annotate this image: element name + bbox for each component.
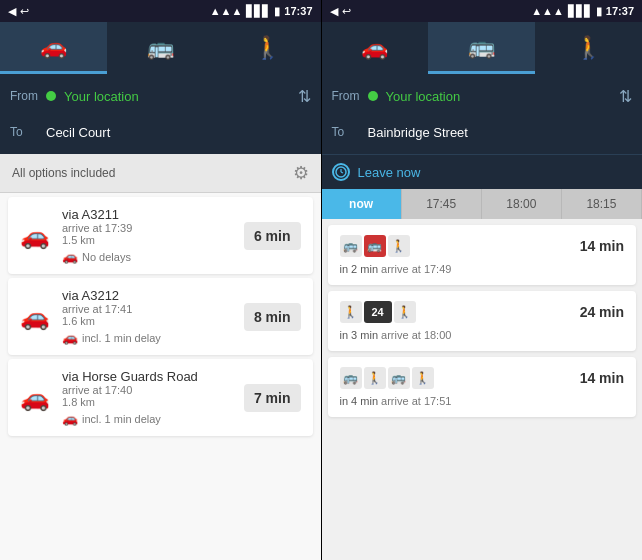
route-item-1[interactable]: 🚗 via A3211 arrive at 17:39 1.5 km 🚗 No … (8, 197, 313, 274)
transit-icons-1: 🚌 🚌 🚶 (340, 235, 410, 257)
left-from-dot (46, 91, 56, 101)
right-time: 17:37 (606, 5, 634, 17)
transit-top-3: 🚌 🚶 🚌 🚶 14 min (340, 367, 625, 389)
transit-num-icon-2: 24 (364, 301, 392, 323)
transit-top-1: 🚌 🚌 🚶 14 min (340, 235, 625, 257)
delay-text-3: incl. 1 min delay (82, 413, 161, 425)
route-dist-2: 1.6 km (62, 315, 232, 327)
right-from-label: From (332, 89, 360, 103)
left-tab-bus[interactable]: 🚌 (107, 22, 214, 74)
left-status-icons: ◀ ↩ (8, 5, 29, 18)
transit-arrive-1: arrive at 17:49 (381, 263, 451, 275)
options-text: All options included (12, 166, 115, 180)
route-via-3: via Horse Guards Road (62, 369, 232, 384)
route-time-3: 7 min (244, 384, 301, 412)
route-info-2: via A3212 arrive at 17:41 1.6 km 🚗 incl.… (62, 288, 232, 345)
right-nav-tabs: 🚗 🚌 🚶 (322, 22, 643, 74)
transit-list: 🚌 🚌 🚶 14 min in 2 min arrive at 17:49 🚶 … (322, 219, 643, 560)
left-nav-tabs: 🚗 🚌 🚶 (0, 22, 321, 74)
route-arrive-2: arrive at 17:41 (62, 303, 232, 315)
left-swap-icon[interactable]: ⇅ (298, 87, 311, 106)
route-arrive-1: arrive at 17:39 (62, 222, 232, 234)
transit-bottom-1: in 2 min arrive at 17:49 (340, 263, 625, 275)
right-from-location[interactable]: Your location (386, 89, 461, 104)
route-delay-row-2: 🚗 incl. 1 min delay (62, 330, 232, 345)
gear-icon[interactable]: ⚙ (293, 162, 309, 184)
left-from-row: From Your location ⇅ (10, 80, 311, 112)
right-back-icon: ◀ (330, 5, 338, 18)
time-tab-1815[interactable]: 18:15 (562, 189, 642, 219)
right-swap-icon[interactable]: ⇅ (619, 87, 632, 106)
left-time: 17:37 (284, 5, 312, 17)
right-bus-icon: 🚌 (468, 34, 495, 60)
delay-icon-2: 🚗 (62, 330, 78, 345)
left-tab-walk[interactable]: 🚶 (214, 22, 321, 74)
transit-time-1: 14 min (580, 238, 624, 254)
transit-item-1[interactable]: 🚌 🚌 🚶 14 min in 2 min arrive at 17:49 (328, 225, 637, 285)
route-time-2: 8 min (244, 303, 301, 331)
transit-in-min-2: in 3 min (340, 329, 379, 341)
transit-walk-icon-3b: 🚶 (412, 367, 434, 389)
right-wifi-signal-icon: ▲▲▲ (531, 5, 564, 17)
transit-icons-2: 🚶 24 🚶 (340, 301, 416, 323)
transit-in-min-1: in 2 min (340, 263, 379, 275)
right-panel: ◀ ↩ ▲▲▲ ▋▋▋ ▮ 17:37 🚗 🚌 🚶 From Your loca… (322, 0, 643, 560)
left-to-location[interactable]: Cecil Court (46, 125, 110, 140)
transit-bus-icon-1: 🚌 (340, 235, 362, 257)
right-tab-bus[interactable]: 🚌 (428, 22, 535, 74)
right-status-right: ▲▲▲ ▋▋▋ ▮ 17:37 (531, 5, 634, 18)
transit-walk-icon-2b: 🚶 (394, 301, 416, 323)
right-tab-car[interactable]: 🚗 (322, 22, 429, 74)
left-routes-list: 🚗 via A3211 arrive at 17:39 1.5 km 🚗 No … (0, 193, 321, 560)
transit-bus-icon-3a: 🚌 (340, 367, 362, 389)
right-from-row: From Your location ⇅ (332, 80, 633, 112)
bus-icon: 🚌 (147, 35, 174, 61)
transit-arrive-3: arrive at 17:51 (381, 395, 451, 407)
transit-bus-red-icon-1: 🚌 (364, 235, 386, 257)
left-panel: ◀ ↩ ▲▲▲ ▋▋▋ ▮ 17:37 🚗 🚌 🚶 From Your loca… (0, 0, 321, 560)
transit-item-3[interactable]: 🚌 🚶 🚌 🚶 14 min in 4 min arrive at 17:51 (328, 357, 637, 417)
transit-arrive-2: arrive at 18:00 (381, 329, 451, 341)
route-item-2[interactable]: 🚗 via A3212 arrive at 17:41 1.6 km 🚗 inc… (8, 278, 313, 355)
route-arrive-3: arrive at 17:40 (62, 384, 232, 396)
route-car-icon-2: 🚗 (20, 303, 50, 331)
clock-icon (332, 163, 350, 181)
car-icon: 🚗 (40, 34, 67, 60)
right-wifi-icon: ↩ (342, 5, 351, 18)
route-via-1: via A3211 (62, 207, 232, 222)
left-tab-car[interactable]: 🚗 (0, 22, 107, 74)
route-delay-row-3: 🚗 incl. 1 min delay (62, 411, 232, 426)
transit-item-2[interactable]: 🚶 24 🚶 24 min in 3 min arrive at 18:00 (328, 291, 637, 351)
route-time-1: 6 min (244, 222, 301, 250)
leave-now-bar[interactable]: Leave now (322, 154, 643, 189)
transit-icons-3: 🚌 🚶 🚌 🚶 (340, 367, 434, 389)
right-tab-walk[interactable]: 🚶 (535, 22, 642, 74)
left-to-label: To (10, 125, 38, 139)
leave-now-label: Leave now (358, 165, 421, 180)
route-info-3: via Horse Guards Road arrive at 17:40 1.… (62, 369, 232, 426)
right-from-dot (368, 91, 378, 101)
right-to-location[interactable]: Bainbridge Street (368, 125, 468, 140)
right-status-icons: ◀ ↩ (330, 5, 351, 18)
battery-icon: ▮ (274, 5, 280, 18)
wifi-signal-icon: ▲▲▲ (210, 5, 243, 17)
time-tab-now[interactable]: now (322, 189, 402, 219)
transit-bottom-3: in 4 min arrive at 17:51 (340, 395, 625, 407)
route-info-1: via A3211 arrive at 17:39 1.5 km 🚗 No de… (62, 207, 232, 264)
transit-walk-icon-1: 🚶 (388, 235, 410, 257)
route-via-2: via A3212 (62, 288, 232, 303)
right-to-label: To (332, 125, 360, 139)
route-item-3[interactable]: 🚗 via Horse Guards Road arrive at 17:40 … (8, 359, 313, 436)
transit-walk-icon-2a: 🚶 (340, 301, 362, 323)
transit-bus-icon-3b: 🚌 (388, 367, 410, 389)
delay-text-2: incl. 1 min delay (82, 332, 161, 344)
time-tab-1800[interactable]: 18:00 (482, 189, 562, 219)
time-tab-1745[interactable]: 17:45 (402, 189, 482, 219)
right-cell-signal-icon: ▋▋▋ (568, 5, 592, 18)
left-from-location[interactable]: Your location (64, 89, 139, 104)
left-status-bar: ◀ ↩ ▲▲▲ ▋▋▋ ▮ 17:37 (0, 0, 321, 22)
route-car-icon-1: 🚗 (20, 222, 50, 250)
transit-in-min-3: in 4 min (340, 395, 379, 407)
transit-time-3: 14 min (580, 370, 624, 386)
transit-top-2: 🚶 24 🚶 24 min (340, 301, 625, 323)
